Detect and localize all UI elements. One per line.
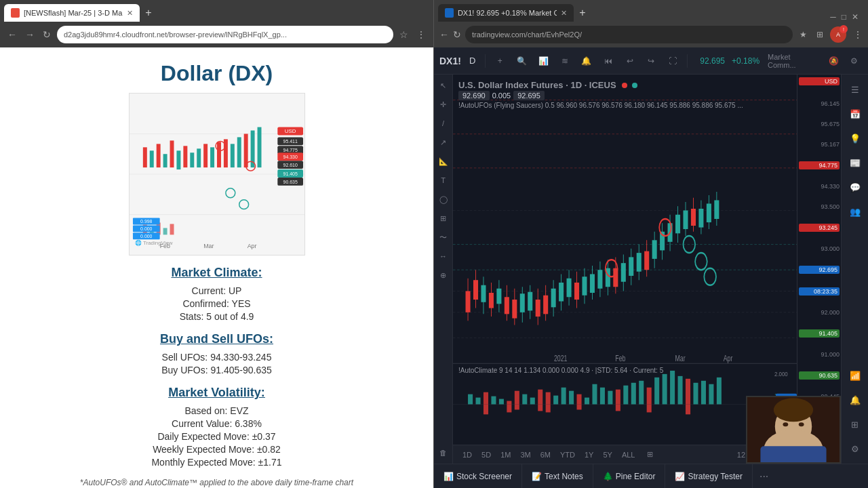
svg-rect-95 [574, 283, 579, 300]
tv-back-button[interactable]: ⏮ [599, 52, 617, 70]
right-extensions-button[interactable]: ⊞ [814, 30, 826, 39]
maximize-button[interactable]: □ [842, 12, 846, 22]
close-window-button[interactable]: ✕ [852, 12, 859, 22]
pine-editor-button[interactable]: 🌲 Pine Editor [593, 464, 666, 489]
left-browser: [NEWSflash] Mar-25 | 3-D Mar... ✕ + ← → … [0, 0, 434, 488]
text-notes-button[interactable]: 📝 Text Notes [522, 464, 593, 489]
reload-button[interactable]: ↻ [41, 27, 53, 42]
tv-change: +0.18% [732, 56, 760, 66]
tv-chart-type-button[interactable]: 📊 [534, 52, 552, 70]
calendar-icon[interactable]: 📅 [846, 104, 865, 123]
compare-button[interactable]: ⊞ [643, 449, 657, 460]
svg-text:94.775: 94.775 [283, 148, 297, 152]
ruler-icon[interactable]: 📐 [435, 153, 452, 169]
left-active-tab[interactable]: [NEWSflash] Mar-25 | 3-D Mar... ✕ [4, 4, 140, 22]
grid-icon[interactable]: ⊞ [846, 415, 865, 434]
volatility-weekly: Weekly Expected Move: ±0.82 [27, 444, 406, 455]
price-92000: 92.000 [799, 309, 840, 316]
forward-button[interactable]: → [23, 27, 37, 42]
watchlist-icon[interactable]: ☰ [846, 80, 865, 99]
right-tab-close[interactable]: ✕ [561, 9, 567, 18]
svg-rect-129 [707, 203, 711, 222]
svg-rect-115 [652, 240, 657, 259]
pattern-icon[interactable]: ⊞ [435, 210, 452, 226]
left-tab-label: [NEWSflash] Mar-25 | 3-D Mar... [24, 9, 123, 17]
period-5d[interactable]: 5D [477, 449, 495, 460]
profile-avatar[interactable]: A ! [830, 26, 846, 43]
svg-text:92.610: 92.610 [283, 163, 297, 167]
tv-market-comm[interactable]: Market Comm... [768, 53, 821, 69]
svg-rect-111 [637, 253, 642, 272]
sidebar-settings-icon[interactable]: ⚙ [846, 439, 865, 458]
time-period-bar: 1D 5D 1M 3M 6M YTD 1Y 5Y ALL ⊞ 12:46:23 … [453, 445, 797, 464]
svg-rect-146 [491, 396, 496, 405]
menu-button[interactable]: ⋮ [414, 27, 428, 42]
svg-rect-143 [468, 394, 473, 405]
toolbar-separator-2 [687, 54, 688, 68]
tv-add-button[interactable]: + [491, 52, 509, 70]
zoom-icon[interactable]: ⊕ [435, 267, 452, 283]
left-tab-close[interactable]: ✕ [127, 9, 133, 18]
chart-symbol-info: U.S. Dollar Index Futures · 1D · ICEUS [458, 79, 637, 91]
trend-icon[interactable]: ↗ [435, 134, 452, 150]
period-3m[interactable]: 3M [516, 449, 534, 460]
svg-text:Mar: Mar [675, 354, 685, 363]
shape-icon[interactable]: ◯ [435, 191, 452, 207]
tv-symbol[interactable]: DX1! [439, 56, 461, 66]
tv-indicator-button[interactable]: ≋ [556, 52, 574, 70]
people-icon[interactable]: 👥 [846, 202, 865, 221]
line-tool-icon[interactable]: / [435, 115, 452, 131]
stock-screener-button[interactable]: 📊 Stock Screener [434, 464, 522, 489]
measure-icon[interactable]: ↔ [435, 248, 452, 264]
left-new-tab-button[interactable]: + [140, 4, 157, 22]
tv-bottom-toolbar: 📊 Stock Screener 📝 Text Notes 🌲 Pine Edi… [434, 464, 868, 488]
svg-rect-75 [496, 289, 501, 304]
tv-settings-button[interactable]: ⚙ [845, 52, 863, 70]
period-5y[interactable]: 5Y [599, 449, 616, 460]
news-icon[interactable]: 📰 [846, 153, 865, 172]
svg-rect-11 [190, 152, 194, 167]
tv-redo-button[interactable]: ↪ [643, 52, 660, 70]
crosshair-icon[interactable]: ✛ [435, 96, 452, 113]
svg-rect-79 [512, 300, 517, 319]
bookmark-button[interactable]: ☆ [397, 27, 410, 42]
right-active-tab[interactable]: DX1! 92.695 +0.18% Market C... ✕ [438, 4, 574, 22]
tv-timeframe-d[interactable]: D [465, 54, 479, 67]
strategy-tester-button[interactable]: 📈 Strategy Tester [665, 464, 752, 489]
period-all[interactable]: ALL [618, 449, 639, 460]
right-back-button[interactable]: ← [439, 29, 449, 40]
bell-icon[interactable]: 🔔 [846, 390, 865, 409]
svg-rect-158 [585, 398, 589, 405]
minimize-button[interactable]: ─ [830, 12, 836, 22]
right-new-tab-button[interactable]: + [574, 4, 591, 22]
right-bookmark-button[interactable]: ★ [797, 30, 810, 39]
svg-rect-81 [520, 293, 525, 312]
tv-alert-button[interactable]: 🔔 [578, 52, 595, 70]
volatility-monthly: Monthly Expected Move: ±1.71 [27, 457, 406, 468]
period-1m[interactable]: 1M [496, 449, 515, 460]
right-reload-button[interactable]: ↻ [453, 29, 461, 40]
right-menu-button[interactable]: ⋮ [850, 29, 863, 40]
svg-rect-99 [590, 274, 595, 293]
tv-notifications-button[interactable]: 🔕 [825, 52, 842, 70]
tv-search-button[interactable]: 🔍 [513, 52, 530, 70]
ideas-icon[interactable]: 💡 [846, 129, 865, 148]
candlestick-chart[interactable]: U.S. Dollar Index Futures · 1D · ICEUS 9… [453, 75, 797, 363]
left-browser-chrome: [NEWSflash] Mar-25 | 3-D Mar... ✕ + ← → … [0, 0, 433, 47]
trash-icon[interactable]: 🗑 [435, 445, 452, 461]
right-url-input[interactable]: tradingview.com/chart/EvhPel2Q/ [465, 26, 793, 43]
period-1y[interactable]: 1Y [580, 449, 597, 460]
wifi-icon[interactable]: 📶 [846, 366, 865, 385]
more-tools-button[interactable]: ··· [753, 464, 775, 489]
left-url-input[interactable]: d2ag3jdu89hmr4.cloudfront.net/browser-pr… [57, 26, 393, 43]
period-1d[interactable]: 1D [458, 449, 476, 460]
period-ytd[interactable]: YTD [556, 449, 579, 460]
chat-icon[interactable]: 💬 [846, 178, 865, 197]
period-6m[interactable]: 6M [536, 449, 555, 460]
tv-fullscreen-button[interactable]: ⛶ [664, 52, 682, 70]
cursor-icon[interactable]: ↖ [435, 77, 452, 94]
tv-undo-button[interactable]: ↩ [621, 52, 639, 70]
fibonacci-icon[interactable]: 〜 [435, 229, 452, 245]
back-button[interactable]: ← [5, 27, 19, 42]
text-icon[interactable]: T [435, 172, 452, 188]
